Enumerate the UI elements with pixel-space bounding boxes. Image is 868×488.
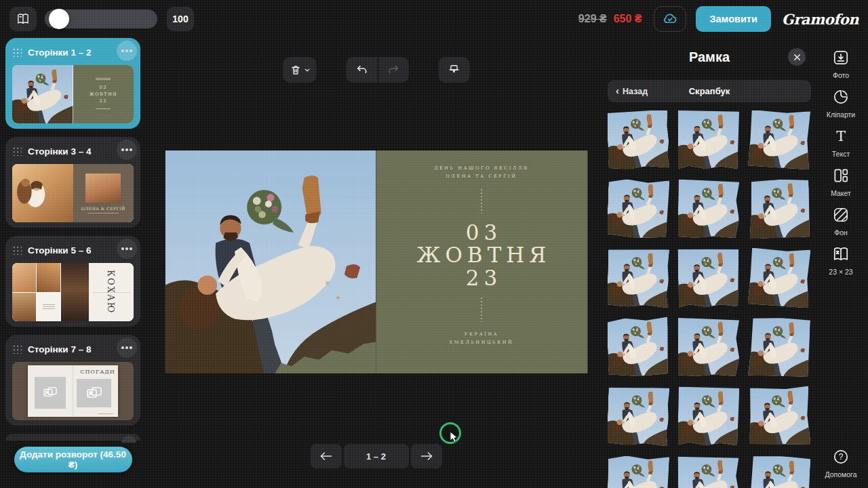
frame-option[interactable]	[678, 456, 739, 488]
wedding-date-text[interactable]: 03 ЖОВТНЯ 23	[412, 222, 551, 289]
frame-option[interactable]	[608, 249, 669, 307]
frame-option[interactable]	[749, 387, 810, 445]
delete-button[interactable]	[283, 57, 316, 83]
album-spread-canvas[interactable]: ДЕНЬ НАШОГО ВЕСІЛЛЯ ОЛЕНА ТА СЕРГІЙ 03 Ж…	[165, 150, 587, 373]
svg-text:?: ?	[839, 452, 844, 462]
topbar: 100 929 ₴ 650 ₴ Замовити Gramofon	[0, 0, 868, 38]
frame-option[interactable]	[678, 180, 739, 238]
brush-icon	[447, 63, 460, 77]
layout-icon	[832, 167, 850, 184]
category-tab-scrapbook[interactable]: Скрапбук	[689, 86, 730, 96]
spread-thumbnail-1-2[interactable]: 03 ЖОВТНЯ 23	[12, 65, 134, 123]
drag-handle-icon[interactable]	[12, 344, 22, 354]
sidebar-item-partial-next[interactable]	[5, 434, 140, 441]
rail-item-format[interactable]: 23 × 23	[829, 245, 852, 276]
frame-option[interactable]	[749, 456, 810, 488]
page-menu-button[interactable]	[117, 41, 137, 61]
trash-icon	[289, 64, 302, 77]
rail-item-photo[interactable]: Фото	[832, 49, 850, 79]
frame-option[interactable]	[608, 180, 669, 238]
frame-option[interactable]	[749, 318, 810, 376]
tools-rail: Фото Кліпарти T Текст Макет	[814, 38, 868, 488]
editor-workspace: ДЕНЬ НАШОГО ВЕСІЛЛЯ ОЛЕНА ТА СЕРГІЙ 03 Ж…	[146, 38, 606, 488]
undo-button[interactable]	[346, 57, 377, 83]
sidebar-item-pages-7-8[interactable]: Сторінки 7 – 8 СПОГАДИ	[5, 335, 140, 426]
help-icon: ?	[832, 448, 850, 466]
page-card-label: Сторінки 5 – 6	[28, 245, 91, 256]
history-buttons	[346, 57, 408, 83]
redo-button[interactable]	[377, 57, 408, 83]
frame-option[interactable]	[678, 249, 739, 307]
frame-option[interactable]	[749, 180, 810, 238]
photo-upload-icon	[832, 49, 850, 66]
torn-edge-overlay	[165, 150, 376, 373]
panel-subheader: ‹ Назад Скрапбук	[608, 80, 811, 102]
chevron-left-icon: ‹	[616, 85, 619, 96]
frame-option[interactable]	[749, 110, 810, 169]
close-panel-button[interactable]	[788, 48, 806, 66]
redo-icon	[387, 63, 400, 77]
thumb-inner-photo	[85, 174, 121, 203]
cloud-saved-button[interactable]	[654, 6, 686, 32]
book-format-icon	[832, 245, 850, 263]
chevron-down-icon	[304, 67, 310, 73]
frame-option[interactable]	[608, 318, 669, 376]
page-card-label: Сторінки 1 – 2	[28, 47, 91, 58]
frame-option[interactable]	[749, 249, 810, 307]
content-row: Сторінки 1 – 2 03 ЖОВТНЯ 23	[0, 38, 868, 488]
prev-spread-button[interactable]	[311, 444, 342, 468]
frame-option[interactable]	[678, 387, 739, 445]
spread-right-page[interactable]: ДЕНЬ НАШОГО ВЕСІЛЛЯ ОЛЕНА ТА СЕРГІЙ 03 Ж…	[376, 150, 587, 373]
drag-handle-icon[interactable]	[12, 146, 22, 156]
frame-option[interactable]	[608, 387, 669, 445]
sticker-icon	[832, 88, 850, 106]
book-preview-button[interactable]	[9, 7, 37, 31]
thumb-photo	[12, 164, 73, 222]
page-card-label: Сторінки 3 – 4	[28, 146, 91, 157]
frame-option[interactable]	[608, 456, 669, 488]
thumb-photo	[12, 65, 73, 123]
rail-item-cliparts[interactable]: Кліпарти	[827, 88, 855, 119]
background-icon	[832, 206, 850, 224]
page-menu-button[interactable]	[117, 239, 137, 259]
canvas-toolbar	[283, 57, 469, 83]
undo-icon	[355, 63, 368, 77]
pages-sidebar: Сторінки 1 – 2 03 ЖОВТНЯ 23	[0, 38, 146, 488]
image-placeholder-icon	[43, 386, 58, 399]
spread-left-photo[interactable]	[165, 150, 376, 373]
arrow-left-icon	[319, 451, 333, 461]
spread-thumbnail-7-8[interactable]: СПОГАДИ	[12, 362, 134, 420]
dotted-divider	[481, 189, 482, 214]
next-spread-button[interactable]	[411, 444, 442, 468]
frames-panel: Рамка ‹ Назад Скрапбук	[606, 38, 814, 488]
thumb-right-page: 03 ЖОВТНЯ 23	[73, 65, 134, 123]
drag-handle-icon[interactable]	[12, 245, 22, 255]
thumb-right-page: КОХАЮ	[89, 263, 134, 321]
sidebar-item-pages-3-4[interactable]: Сторінки 3 – 4 ОЛЕНА & СЕРГІЙ	[5, 137, 140, 228]
back-button[interactable]: ‹ Назад	[616, 87, 648, 96]
drag-handle-icon[interactable]	[12, 47, 22, 57]
brush-button[interactable]	[438, 57, 469, 83]
rail-item-text[interactable]: T Текст	[832, 127, 850, 158]
frame-option[interactable]	[678, 110, 739, 169]
add-spread-button[interactable]: Додати розворот (46.50 ₴)	[14, 447, 132, 472]
frame-option[interactable]	[678, 318, 739, 376]
panel-title: Рамка	[689, 49, 730, 65]
page-menu-button[interactable]	[117, 140, 137, 160]
price-discounted: 650 ₴	[614, 13, 642, 25]
spread-thumbnail-3-4[interactable]: ОЛЕНА & СЕРГІЙ	[12, 164, 134, 222]
caption-bottom: УКРАЇНА ХМЕЛЬНИЦЬКИЙ	[450, 330, 514, 347]
rail-item-background[interactable]: Фон	[832, 206, 850, 237]
sidebar-item-pages-1-2[interactable]: Сторінки 1 – 2 03 ЖОВТНЯ 23	[5, 38, 140, 129]
spread-thumbnail-5-6[interactable]: КОХАЮ	[12, 263, 134, 321]
rail-item-layout[interactable]: Макет	[831, 167, 851, 197]
frame-option[interactable]	[608, 110, 669, 169]
page-menu-button[interactable]	[117, 338, 137, 358]
zoom-slider-handle[interactable]	[49, 9, 69, 29]
rail-item-help[interactable]: ? Допомога	[825, 448, 856, 479]
order-button[interactable]: Замовити	[696, 6, 770, 32]
frames-grid	[608, 110, 811, 488]
sidebar-item-pages-5-6[interactable]: Сторінки 5 – 6 КОХАЮ	[5, 236, 140, 327]
zoom-slider[interactable]	[45, 9, 157, 28]
dotted-divider	[481, 298, 482, 322]
